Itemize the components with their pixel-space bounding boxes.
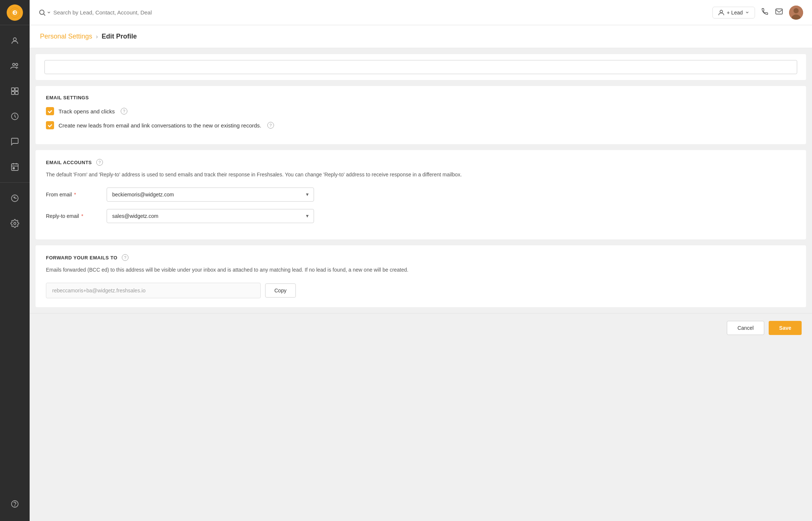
add-lead-button[interactable]: + Lead (712, 7, 755, 19)
reply-to-row: Reply-to email * sales@widgetz.com ▼ (46, 209, 796, 223)
sidebar-item-settings[interactable] (0, 211, 30, 236)
forward-emails-header: FORWARD YOUR EMAILS TO ? (46, 254, 796, 261)
svg-point-21 (720, 10, 722, 13)
sidebar-logo: F (0, 0, 30, 25)
from-email-select[interactable]: beckiemoris@widgetz.com (107, 188, 314, 202)
sidebar-bottom (0, 491, 30, 521)
main-area: + Lead (30, 0, 812, 521)
forward-emails-title: FORWARD YOUR EMAILS TO (46, 255, 117, 260)
svg-rect-22 (776, 9, 782, 14)
track-opens-help-icon[interactable]: ? (121, 108, 127, 115)
forward-emails-help-icon[interactable]: ? (122, 254, 128, 261)
email-accounts-section: EMAIL ACCOUNTS ? The default 'From' and … (36, 150, 806, 239)
svg-rect-9 (15, 92, 18, 94)
email-accounts-title: EMAIL ACCOUNTS (46, 160, 92, 165)
reply-to-select-wrapper: sales@widgetz.com ▼ (107, 209, 314, 223)
sidebar: F (0, 0, 30, 521)
content-area: Personal Settings › Edit Profile EMAIL S… (30, 25, 812, 521)
svg-point-4 (13, 63, 15, 66)
from-email-row: From email * beckiemoris@widgetz.com ▼ (46, 188, 796, 202)
breadcrumb: Personal Settings › Edit Profile (30, 25, 812, 48)
sidebar-item-deals[interactable] (0, 104, 30, 129)
track-opens-row: Track opens and clicks ? (46, 107, 796, 115)
svg-rect-15 (13, 167, 14, 169)
topbar-actions: + Lead (712, 6, 803, 20)
email-accounts-description: The default 'From' and 'Reply-to' addres… (46, 171, 796, 179)
track-opens-checkbox[interactable] (46, 107, 54, 115)
forward-address-input (46, 283, 261, 298)
email-accounts-help-icon[interactable]: ? (96, 159, 103, 166)
svg-point-20 (40, 10, 44, 14)
svg-point-24 (793, 8, 799, 13)
breadcrumb-separator: › (96, 33, 98, 40)
reply-to-required: * (81, 213, 83, 219)
footer-actions: Cancel Save (30, 313, 812, 342)
sidebar-item-reports[interactable] (0, 186, 30, 211)
sidebar-nav (0, 25, 30, 491)
search-area (39, 9, 708, 16)
create-leads-help-icon[interactable]: ? (267, 122, 274, 129)
reply-to-label: Reply-to email * (46, 213, 98, 219)
phone-icon[interactable] (761, 7, 769, 17)
track-opens-label: Track opens and clicks (59, 108, 115, 115)
sidebar-item-accounts[interactable] (0, 53, 30, 79)
app-logo[interactable]: F (7, 4, 23, 21)
email-settings-title: EMAIL SETTINGS (46, 95, 796, 100)
save-button[interactable]: Save (769, 321, 802, 335)
add-lead-label: + Lead (727, 10, 743, 16)
svg-point-17 (14, 222, 16, 225)
top-text-input[interactable] (44, 60, 797, 74)
email-icon[interactable] (775, 7, 783, 17)
forward-input-row: Copy (46, 283, 796, 298)
breadcrumb-parent[interactable]: Personal Settings (40, 33, 92, 40)
from-email-select-wrapper: beckiemoris@widgetz.com ▼ (107, 188, 314, 202)
breadcrumb-current: Edit Profile (101, 33, 137, 40)
svg-rect-6 (11, 88, 14, 91)
sidebar-item-calendar[interactable] (0, 154, 30, 179)
email-accounts-header: EMAIL ACCOUNTS ? (46, 159, 796, 166)
sidebar-item-help[interactable] (0, 491, 30, 517)
create-leads-label: Create new leads from email and link con… (59, 122, 261, 129)
sidebar-item-contacts[interactable] (0, 28, 30, 53)
create-leads-row: Create new leads from email and link con… (46, 121, 796, 129)
svg-rect-8 (11, 92, 14, 94)
sidebar-item-grid[interactable] (0, 79, 30, 104)
forward-emails-card: FORWARD YOUR EMAILS TO ? Emails forwarde… (36, 245, 806, 307)
from-email-required: * (74, 192, 76, 198)
forward-emails-description: Emails forwarded (BCC ed) to this addres… (46, 266, 796, 274)
sidebar-divider (0, 182, 30, 183)
search-input[interactable] (53, 9, 164, 16)
svg-rect-7 (15, 88, 18, 91)
reply-to-select[interactable]: sales@widgetz.com (107, 209, 314, 223)
forward-emails-section: FORWARD YOUR EMAILS TO ? Emails forwarde… (30, 245, 812, 313)
from-email-label: From email * (46, 192, 98, 198)
create-leads-checkbox[interactable] (46, 121, 54, 129)
avatar-image (789, 6, 803, 20)
cancel-button[interactable]: Cancel (727, 321, 765, 335)
search-button[interactable] (39, 9, 51, 16)
copy-button[interactable]: Copy (265, 283, 296, 298)
svg-point-19 (15, 506, 15, 506)
topbar: + Lead (30, 0, 812, 25)
svg-point-5 (16, 63, 18, 66)
svg-rect-11 (11, 164, 18, 170)
avatar[interactable] (789, 6, 803, 20)
sidebar-item-conversations[interactable] (0, 129, 30, 154)
svg-point-3 (13, 38, 16, 41)
